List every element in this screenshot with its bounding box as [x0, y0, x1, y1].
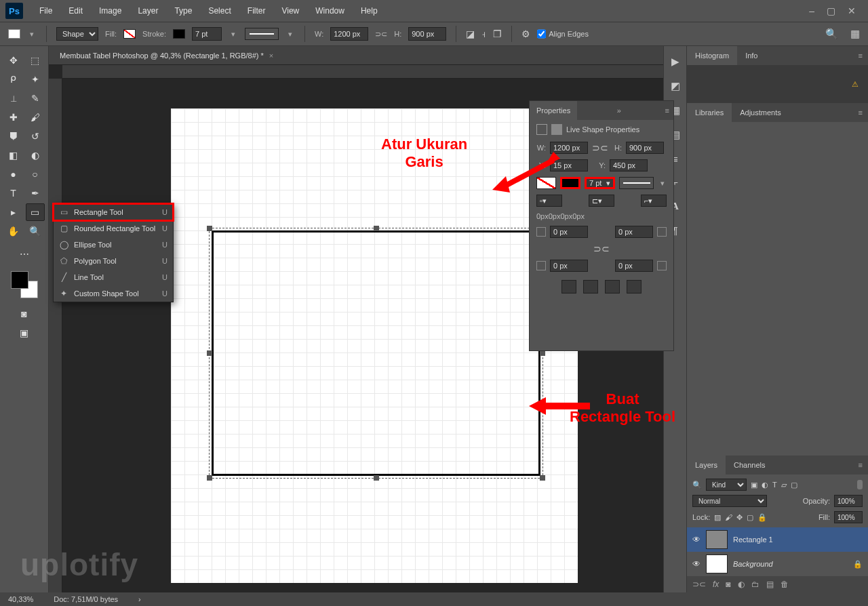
visibility-icon[interactable]: 👁: [692, 559, 701, 569]
move-tool[interactable]: ✥: [4, 52, 23, 69]
status-chevron[interactable]: ›: [138, 595, 141, 603]
info-tab[interactable]: Info: [737, 46, 766, 65]
path-ops-icon[interactable]: ◪: [466, 28, 475, 39]
layer-item-background[interactable]: 👁 Background 🔒: [687, 552, 868, 576]
link-icon[interactable]: ⊃⊂: [592, 142, 608, 153]
gradient-tool[interactable]: ◐: [26, 146, 45, 164]
pen-tool[interactable]: ✒: [26, 184, 45, 202]
align-edges-checkbox[interactable]: [537, 27, 546, 41]
stroke-caps[interactable]: ⊏▾: [589, 195, 614, 207]
type-tool[interactable]: T: [4, 184, 23, 202]
pathop-exclude[interactable]: [627, 280, 642, 294]
menu-window[interactable]: Window: [309, 3, 351, 18]
filter-adjust-icon[interactable]: ◐: [762, 481, 768, 489]
layer-item-rectangle[interactable]: 👁 Rectangle 1: [687, 527, 868, 552]
lock-brush-icon[interactable]: 🖌: [725, 513, 732, 521]
width-input[interactable]: [330, 27, 368, 41]
color-swatches[interactable]: [11, 271, 38, 298]
prop-height-input[interactable]: [626, 142, 664, 154]
panel-menu-icon[interactable]: ≡: [853, 52, 868, 60]
opacity-input[interactable]: [834, 495, 863, 507]
flyout-line[interactable]: ╱Line ToolU: [54, 269, 173, 285]
delete-layer-icon[interactable]: 🗑: [781, 580, 789, 589]
properties-panel[interactable]: Properties » ≡ Live Shape Properties W: …: [529, 100, 674, 351]
stamp-tool[interactable]: ⛊: [4, 127, 23, 145]
fill-opacity-input[interactable]: [834, 511, 863, 523]
pathop-subtract[interactable]: [583, 280, 598, 294]
libraries-tab[interactable]: Libraries: [687, 103, 732, 122]
stroke-swatch[interactable]: [173, 29, 185, 39]
gear-icon[interactable]: ⚙: [521, 28, 530, 39]
flyout-rounded-rectangle[interactable]: ▢Rounded Rectangle ToolU: [54, 220, 173, 237]
wand-tool[interactable]: ✦: [26, 70, 45, 88]
filter-smart-icon[interactable]: ▢: [791, 481, 797, 489]
arrange-icon[interactable]: ❐: [493, 28, 502, 39]
pathop-combine[interactable]: [561, 280, 576, 294]
prop-stroke-width[interactable]: 7 pt▾: [585, 177, 615, 189]
play-icon[interactable]: ▶: [671, 56, 679, 68]
eyedropper-tool[interactable]: ✎: [26, 89, 45, 107]
blend-mode-select[interactable]: Normal: [692, 495, 767, 507]
close-tab-icon[interactable]: ×: [269, 52, 273, 60]
visibility-icon[interactable]: 👁: [692, 535, 701, 544]
link-corners-icon[interactable]: ⊃⊂: [593, 243, 610, 254]
properties-tab[interactable]: Properties: [530, 101, 577, 120]
flyout-polygon[interactable]: ⬠Polygon ToolU: [54, 253, 173, 269]
prop-stroke-style[interactable]: [619, 177, 654, 189]
healing-tool[interactable]: ✚: [4, 108, 23, 126]
corner-tl[interactable]: [550, 226, 588, 238]
new-layer-icon[interactable]: ▤: [766, 580, 774, 589]
histogram-tab[interactable]: Histogram: [687, 46, 737, 65]
blur-tool[interactable]: ●: [4, 165, 23, 183]
layer-filter-select[interactable]: Kind: [706, 479, 747, 491]
link-wh-icon[interactable]: ⊃⊂: [375, 30, 387, 39]
filter-shape-icon[interactable]: ▱: [781, 481, 787, 489]
panel-menu-icon[interactable]: ≡: [853, 461, 868, 469]
menu-select[interactable]: Select: [201, 3, 237, 18]
marquee-tool[interactable]: ⬚: [26, 52, 45, 69]
menu-image[interactable]: Image: [92, 3, 128, 18]
lock-artboard-icon[interactable]: ▢: [747, 513, 753, 522]
dodge-tool[interactable]: ○: [26, 165, 45, 183]
panel-menu-icon[interactable]: ≡: [853, 108, 868, 117]
brush-tool[interactable]: 🖌: [26, 108, 45, 126]
height-input[interactable]: [408, 27, 446, 41]
menu-help[interactable]: Help: [354, 3, 384, 18]
tool-preset-icon[interactable]: [8, 29, 20, 39]
lock-pixels-icon[interactable]: ▨: [714, 513, 721, 522]
shape-tool[interactable]: ▭: [26, 203, 45, 221]
eraser-tool[interactable]: ◧: [4, 146, 23, 164]
lock-position-icon[interactable]: ✥: [736, 513, 743, 522]
fx-icon[interactable]: fx: [713, 580, 719, 589]
history-panel-icon[interactable]: ◩: [671, 80, 680, 92]
lasso-tool[interactable]: ᑭ: [4, 70, 23, 88]
panel-menu-icon[interactable]: ≡: [661, 106, 673, 115]
menu-type[interactable]: Type: [167, 3, 199, 18]
corner-br[interactable]: [615, 260, 653, 272]
menu-view[interactable]: View: [275, 3, 306, 18]
stroke-style-sample[interactable]: [245, 28, 279, 40]
collapse-icon[interactable]: »: [613, 106, 625, 115]
hand-tool[interactable]: ✋: [4, 222, 23, 240]
lock-all-icon[interactable]: 🔒: [757, 513, 767, 522]
adjustments-tab[interactable]: Adjustments: [732, 103, 789, 122]
filter-image-icon[interactable]: ▣: [751, 481, 757, 489]
filter-toggle[interactable]: [857, 480, 863, 489]
corner-bl[interactable]: [550, 260, 588, 272]
edit-toolbar[interactable]: ⋯: [15, 245, 34, 263]
layers-tab[interactable]: Layers: [687, 456, 726, 474]
zoom-level[interactable]: 40,33%: [8, 595, 33, 603]
menu-file[interactable]: File: [33, 3, 59, 18]
stroke-width-input[interactable]: [192, 27, 222, 41]
pathop-intersect[interactable]: [605, 280, 620, 294]
shape-mode-select[interactable]: Shape: [56, 27, 98, 41]
screen-mode[interactable]: ▣: [15, 324, 34, 342]
maximize-button[interactable]: ▢: [827, 5, 835, 16]
link-layers-icon[interactable]: ⊃⊂: [692, 580, 706, 589]
mask-icon[interactable]: ◙: [726, 580, 730, 589]
stroke-corners[interactable]: ⌐▾: [641, 195, 667, 207]
flyout-ellipse[interactable]: ◯Ellipse ToolU: [54, 237, 173, 253]
mask-mode[interactable]: ◙: [15, 305, 34, 323]
history-brush-tool[interactable]: ↺: [26, 127, 45, 145]
corner-tr[interactable]: [615, 226, 653, 238]
